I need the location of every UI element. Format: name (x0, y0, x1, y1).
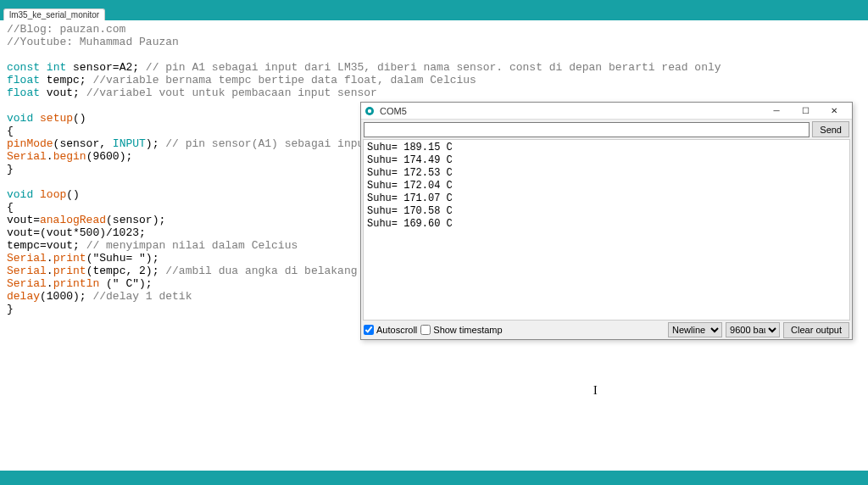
code-text: } (7, 303, 14, 315)
kw-float: float (7, 86, 40, 99)
kw-int: int (47, 61, 66, 74)
fn-pinmode: pinMode (7, 137, 53, 150)
fn-delay: delay (7, 290, 40, 303)
code-comment: // pin A1 sebagai input dari LM35, diber… (146, 61, 721, 74)
fn-loop: loop (40, 188, 66, 201)
code-text: { (7, 125, 14, 137)
status-bar (0, 471, 868, 485)
serial-input[interactable] (364, 122, 810, 137)
code-text: (tempc, 2); (86, 265, 166, 277)
serial-footer: Autoscroll Show timestamp Newline 9600 b… (361, 321, 852, 339)
autoscroll-toggle[interactable]: Autoscroll (364, 325, 417, 335)
code-text: . (47, 150, 53, 163)
code-text: sensor=A2; (66, 61, 146, 74)
fn-print: print (53, 265, 86, 277)
window-title: COM5 (380, 106, 407, 116)
obj-serial: Serial (7, 252, 47, 265)
kw-void: void (7, 112, 33, 125)
code-text: { (7, 201, 14, 214)
fn-analogread: analogRead (40, 214, 106, 226)
code-text: . (47, 265, 53, 277)
code-text: (" C"); (99, 277, 152, 290)
close-button[interactable]: ✕ (820, 103, 849, 120)
timestamp-toggle[interactable]: Show timestamp (420, 325, 502, 335)
svg-point-1 (368, 109, 371, 112)
app-top-bar (0, 0, 868, 8)
serial-line: Suhu= 171.07 C (367, 192, 846, 205)
code-text: () (66, 188, 80, 201)
code-text: vout; (40, 86, 86, 99)
line-ending-select[interactable]: Newline (668, 322, 722, 337)
tab-sketch[interactable]: lm35_ke_serial_monitor (3, 8, 105, 20)
serial-line: Suhu= 170.58 C (367, 205, 846, 218)
code-text: (sensor); (106, 214, 165, 226)
baud-select[interactable]: 9600 baud (726, 322, 780, 337)
timestamp-checkbox[interactable] (420, 325, 431, 335)
serial-line: Suhu= 169.60 C (367, 218, 846, 231)
serial-line: Suhu= 189.15 C (367, 142, 846, 154)
code-text: (sensor, (53, 137, 113, 150)
obj-serial: Serial (7, 265, 47, 277)
titlebar[interactable]: COM5 ─ ☐ ✕ (361, 103, 852, 120)
minimize-button[interactable]: ─ (762, 103, 791, 120)
code-text: (9600); (86, 150, 133, 163)
code-text: tempc=vout; (7, 239, 86, 252)
code-comment: //Youtube: Muhammad Pauzan (7, 36, 179, 48)
code-text: vout=(vout*500)/1023; (7, 226, 146, 239)
kw-void: void (7, 188, 33, 201)
code-text: tempc; (40, 74, 92, 86)
text-cursor-icon (593, 384, 594, 394)
code-comment: // pin sensor(A1) sebagai input (165, 137, 370, 150)
code-comment: //ambil dua angka di belakang koma (165, 265, 390, 277)
kw-input: INPUT (113, 137, 146, 150)
fn-begin: begin (53, 150, 86, 163)
serial-output[interactable]: Suhu= 189.15 CSuhu= 174.49 CSuhu= 172.53… (363, 139, 850, 321)
fn-setup: setup (40, 112, 73, 125)
code-text: (1000); (40, 290, 92, 303)
code-comment: //delay 1 detik (92, 290, 192, 303)
serial-line: Suhu= 174.49 C (367, 154, 846, 167)
code-comment: //variabel vout untuk pembacaan input se… (86, 86, 377, 99)
code-text: . (47, 277, 53, 290)
serial-line: Suhu= 172.04 C (367, 180, 846, 192)
serial-line: Suhu= 172.53 C (367, 167, 846, 180)
serial-input-row: Send (361, 120, 852, 139)
autoscroll-label: Autoscroll (376, 325, 417, 335)
obj-serial: Serial (7, 150, 47, 163)
kw-float: float (7, 74, 40, 86)
window-controls: ─ ☐ ✕ (762, 103, 849, 120)
autoscroll-checkbox[interactable] (364, 325, 374, 335)
send-button[interactable]: Send (812, 121, 849, 137)
timestamp-label: Show timestamp (433, 325, 502, 335)
maximize-button[interactable]: ☐ (791, 103, 820, 120)
code-text: . (47, 252, 53, 265)
arduino-icon (364, 106, 375, 116)
kw-const: const (7, 61, 40, 74)
code-comment: //variable bernama tempc bertipe data fl… (92, 74, 476, 86)
code-text: () (73, 112, 86, 125)
clear-output-button[interactable]: Clear output (783, 322, 849, 338)
code-text: vout= (7, 214, 40, 226)
serial-monitor-window: COM5 ─ ☐ ✕ Send Suhu= 189.15 CSuhu= 174.… (360, 102, 853, 340)
fn-print: print (53, 252, 86, 265)
code-text: } (7, 163, 14, 176)
obj-serial: Serial (7, 277, 47, 290)
tab-bar: lm35_ke_serial_monitor (0, 8, 868, 20)
code-text: ); (146, 137, 165, 150)
code-comment: //Blog: pauzan.com (7, 23, 125, 36)
code-text: ("Suhu= "); (86, 252, 159, 265)
code-comment: // menyimpan nilai dalam Celcius (86, 239, 298, 252)
fn-println: println (53, 277, 100, 290)
